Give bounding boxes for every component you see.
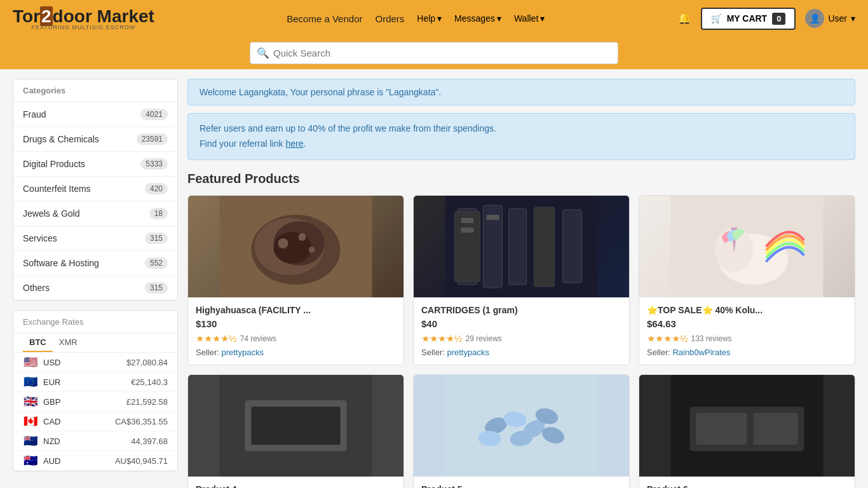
category-software-hosting[interactable]: Software & Hosting 552 [13, 251, 177, 276]
svg-point-6 [299, 233, 306, 241]
chevron-down-icon: ▾ [497, 13, 501, 24]
svg-rect-15 [461, 218, 474, 223]
welcome-banner: Welcome Lagangkata, Your personal phrase… [187, 79, 855, 105]
rate-nzd: 🇳🇿 NZD 44,397.68 [13, 431, 177, 451]
header-right: 🔔 🛒 MY CART 0 👤 User ▾ [677, 8, 855, 30]
product-title-1: Highyahuasca (FACILITY ... [196, 305, 396, 315]
value-cad: CA$36,351.55 [115, 417, 168, 426]
rate-gbp: 🇬🇧 GBP £21,592.58 [13, 392, 177, 412]
reviews-3: 133 reviews [691, 334, 732, 343]
sidebar-categories: Categories Fraud 4021 Drugs & Chemicals … [13, 79, 178, 301]
product-info-3: ⭐TOP SALE⭐ 40% Kolu... $64.63 ★★★★½ 133 … [639, 297, 855, 365]
exchange-rates: Exchange Rates BTC XMR 🇺🇸 USD $27,080.84… [13, 310, 178, 471]
nav-help[interactable]: Help ▾ [417, 13, 442, 24]
value-usd: $27,080.84 [126, 358, 168, 367]
product-seller-3: Seller: Rainb0wPirates [647, 348, 847, 357]
rate-eur: 🇪🇺 EUR €25,140.3 [13, 372, 177, 392]
exchange-tabs: BTC XMR [13, 334, 177, 353]
stars-1: ★★★★½ [196, 333, 237, 344]
featured-title: Featured Products [187, 172, 855, 186]
svg-rect-35 [696, 413, 747, 445]
seller-link-3[interactable]: Rainb0wPirates [672, 348, 730, 357]
product-image-1 [188, 196, 403, 297]
flag-cad: 🇨🇦 [23, 416, 38, 426]
flag-gbp: 🇬🇧 [23, 396, 38, 407]
product-title-5: Product 5 [421, 484, 621, 488]
chevron-down-icon: ▾ [851, 13, 855, 24]
cart-icon: 🛒 [711, 13, 722, 24]
product-card-6[interactable]: Product 6 ★★★★ [639, 374, 855, 488]
product-card-1[interactable]: Highyahuasca (FACILITY ... $130 ★★★★½ 74… [187, 195, 404, 365]
tab-btc[interactable]: BTC [23, 334, 53, 352]
category-digital-products[interactable]: Digital Products 5333 [13, 152, 177, 177]
product-title-4: Product 4 [196, 484, 396, 488]
product-image-4 [188, 375, 403, 477]
svg-rect-24 [252, 407, 341, 445]
products-grid: Highyahuasca (FACILITY ... $130 ★★★★½ 74… [187, 195, 855, 488]
product-image-2 [414, 196, 629, 297]
header: Tor2door Market FEATURING MULTISIG ESCRO… [0, 0, 868, 37]
product-title-3: ⭐TOP SALE⭐ 40% Kolu... [647, 305, 847, 315]
nav-orders[interactable]: Orders [375, 13, 404, 24]
product-card-4[interactable]: Product 4 ★★★★ [187, 374, 404, 488]
stars-2: ★★★★½ [421, 333, 463, 344]
product-seller-2: Seller: prettypacks [421, 348, 621, 357]
search-bar: 🔍 [0, 37, 868, 69]
sidebar: Categories Fraud 4021 Drugs & Chemicals … [13, 79, 178, 488]
nav-wallet[interactable]: Wallet ▾ [514, 13, 545, 24]
svg-point-7 [309, 247, 315, 253]
currency-nzd: NZD [43, 437, 65, 446]
chevron-down-icon: ▾ [437, 13, 442, 24]
tab-xmr[interactable]: XMR [53, 334, 84, 352]
svg-rect-36 [754, 413, 798, 445]
header-nav: Become a Vendor Orders Help ▾ Messages ▾… [287, 13, 545, 24]
cart-button[interactable]: 🛒 MY CART 0 [701, 8, 796, 30]
product-info-1: Highyahuasca (FACILITY ... $130 ★★★★½ 74… [188, 297, 403, 365]
product-card-3[interactable]: ⭐TOP SALE⭐ 40% Kolu... $64.63 ★★★★½ 133 … [639, 195, 855, 365]
category-drugs-chemicals[interactable]: Drugs & Chemicals 23591 [13, 127, 177, 152]
rate-cad: 🇨🇦 CAD CA$36,351.55 [13, 412, 177, 431]
svg-rect-14 [563, 210, 582, 283]
rate-aud: 🇦🇺 AUD AU$40,945.71 [13, 451, 177, 471]
user-menu[interactable]: 👤 User ▾ [805, 9, 855, 28]
search-container: 🔍 [250, 42, 618, 64]
referral-link[interactable]: here [285, 139, 303, 149]
currency-cad: CAD [43, 417, 65, 426]
category-counterfeit-items[interactable]: Counterfeit Items 420 [13, 177, 177, 201]
referral-banner: Refer users and earn up to 40% of the pr… [187, 113, 855, 160]
product-card-5[interactable]: Product 5 ★★★★ [413, 374, 630, 488]
seller-link-1[interactable]: prettypacks [221, 348, 263, 357]
product-rating-3: ★★★★½ 133 reviews [647, 333, 847, 344]
category-services[interactable]: Services 315 [13, 226, 177, 251]
nav-messages[interactable]: Messages ▾ [454, 13, 501, 24]
product-image-3 [639, 196, 855, 297]
notifications-icon[interactable]: 🔔 [677, 11, 691, 25]
currency-gbp: GBP [43, 397, 65, 407]
logo-area[interactable]: Tor2door Market FEATURING MULTISIG ESCRO… [13, 6, 154, 30]
flag-usd: 🇺🇸 [23, 357, 38, 367]
product-title-2: CARTRIDGES (1 gram) [421, 305, 621, 315]
product-price-3: $64.63 [647, 318, 847, 329]
seller-link-2[interactable]: prettypacks [447, 348, 489, 357]
main-layout: Categories Fraud 4021 Drugs & Chemicals … [0, 69, 868, 488]
flag-aud: 🇦🇺 [23, 456, 38, 466]
search-icon[interactable]: 🔍 [257, 47, 269, 59]
avatar: 👤 [805, 9, 824, 28]
currency-aud: AUD [43, 456, 65, 466]
main-content: Welcome Lagangkata, Your personal phrase… [187, 79, 855, 488]
product-card-2[interactable]: CARTRIDGES (1 gram) $40 ★★★★½ 29 reviews… [413, 195, 630, 365]
cart-label: MY CART [727, 13, 768, 24]
category-fraud[interactable]: Fraud 4021 [13, 102, 177, 127]
product-image-5 [414, 375, 629, 477]
flag-eur: 🇪🇺 [23, 377, 38, 387]
value-gbp: £21,592.58 [126, 397, 168, 407]
category-jewels-gold[interactable]: Jewels & Gold 18 [13, 201, 177, 226]
search-input[interactable] [269, 43, 611, 64]
svg-point-4 [274, 232, 312, 264]
rate-usd: 🇺🇸 USD $27,080.84 [13, 353, 177, 372]
product-price-1: $130 [196, 318, 396, 329]
reviews-1: 74 reviews [240, 334, 276, 343]
category-others[interactable]: Others 315 [13, 276, 177, 300]
nav-become-vendor[interactable]: Become a Vendor [287, 13, 362, 24]
flag-nzd: 🇳🇿 [23, 436, 38, 446]
